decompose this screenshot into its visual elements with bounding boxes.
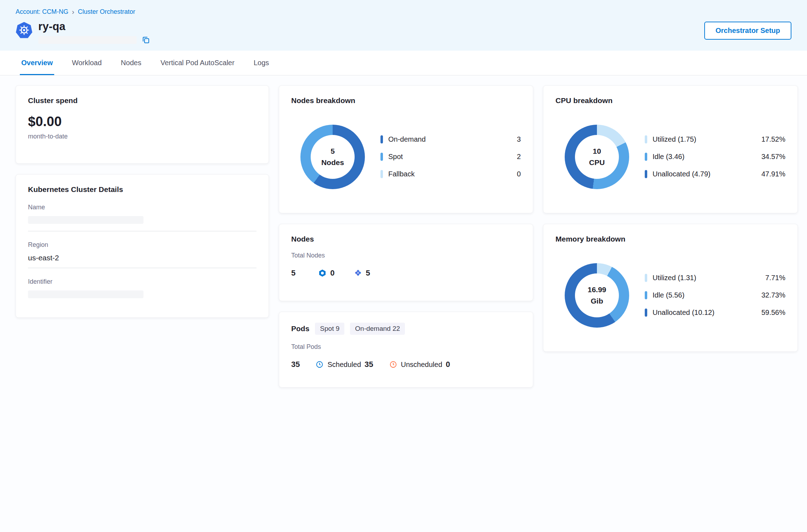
memory-breakdown-legend: Utilized (1.31) 7.71% Idle (5.56) 32.73%… bbox=[629, 274, 785, 317]
cluster-spend-title: Cluster spend bbox=[28, 96, 256, 105]
pods-card: Pods Spot 9 On-demand 22 Total Pods 35 S… bbox=[279, 312, 533, 387]
cluster-details-title: Kubernetes Cluster Details bbox=[28, 185, 256, 194]
breadcrumb-page-link[interactable]: Cluster Orchestrator bbox=[78, 8, 135, 16]
cpu-breakdown-card: CPU breakdown 10 CPU Utilized (1.75) 17.… bbox=[543, 85, 798, 213]
nodes-stat1-value: 0 bbox=[330, 268, 334, 278]
identifier-field-label: Identifier bbox=[28, 278, 256, 285]
tab-nodes[interactable]: Nodes bbox=[119, 51, 143, 75]
nodes-breakdown-card: Nodes breakdown 5 Nodes On-demand 3 bbox=[279, 85, 533, 213]
name-field-label: Name bbox=[28, 204, 256, 211]
memory-breakdown-title: Memory breakdown bbox=[555, 235, 785, 243]
breadcrumb: Account: CCM-NG › Cluster Orchestrator bbox=[16, 8, 791, 16]
nodes-breakdown-legend: On-demand 3 Spot 2 Fallback 0 bbox=[365, 135, 521, 178]
page-header: Account: CCM-NG › Cluster Orchestrator bbox=[0, 0, 807, 51]
hexagon-nodes-icon bbox=[318, 269, 327, 277]
cluster-details-card: Kubernetes Cluster Details Name Region u… bbox=[16, 174, 269, 318]
cpu-donut-center: 10 CPU bbox=[575, 135, 619, 179]
nodes-donut-chart: 5 Nodes bbox=[300, 125, 365, 189]
unscheduled-clock-icon bbox=[389, 360, 397, 369]
diamond-cluster-icon: ❖ bbox=[354, 269, 362, 277]
memory-donut-chart: 16.99 Gib bbox=[565, 263, 629, 328]
nodes-card: Nodes Total Nodes 5 0 ❖ 5 bbox=[279, 224, 533, 301]
total-nodes-value: 5 bbox=[291, 268, 295, 278]
scheduled-value: 35 bbox=[365, 360, 373, 369]
legend-marker bbox=[380, 153, 383, 161]
unscheduled-value: 0 bbox=[446, 360, 450, 369]
kubernetes-icon bbox=[16, 22, 33, 39]
nodes-stat2-value: 5 bbox=[366, 268, 370, 278]
tab-workload[interactable]: Workload bbox=[70, 51, 103, 75]
breadcrumb-chevron-icon: › bbox=[72, 8, 74, 16]
memory-breakdown-card: Memory breakdown 16.99 Gib Utilized (1.3… bbox=[543, 224, 798, 352]
orchestrator-setup-button[interactable]: Orchestrator Setup bbox=[704, 22, 791, 40]
legend-marker bbox=[645, 309, 647, 317]
region-field-value: us-east-2 bbox=[28, 254, 256, 268]
spot-pods-badge: Spot 9 bbox=[315, 323, 344, 335]
on-demand-pods-badge: On-demand 22 bbox=[350, 323, 405, 335]
redacted-name-value bbox=[28, 216, 143, 224]
total-nodes-label: Total Nodes bbox=[291, 252, 521, 259]
legend-marker bbox=[645, 135, 647, 143]
cluster-spend-amount: $0.00 bbox=[28, 114, 256, 129]
legend-row-cpu-idle: Idle (3.46) 34.57% bbox=[645, 153, 785, 161]
tab-logs[interactable]: Logs bbox=[252, 51, 270, 75]
legend-row-fallback: Fallback 0 bbox=[380, 170, 521, 178]
total-pods-value: 35 bbox=[291, 360, 300, 369]
legend-row-mem-idle: Idle (5.56) 32.73% bbox=[645, 291, 785, 299]
pods-card-title: Pods bbox=[291, 324, 309, 333]
cpu-breakdown-legend: Utilized (1.75) 17.52% Idle (3.46) 34.57… bbox=[629, 135, 785, 178]
copy-icon[interactable] bbox=[142, 36, 150, 44]
cluster-spend-card: Cluster spend $0.00 month-to-date bbox=[16, 85, 269, 164]
legend-row-mem-utilized: Utilized (1.31) 7.71% bbox=[645, 274, 785, 282]
legend-row-spot: Spot 2 bbox=[380, 153, 521, 161]
tab-bar: Overview Workload Nodes Vertical Pod Aut… bbox=[0, 51, 807, 75]
scheduled-clock-icon bbox=[315, 360, 324, 369]
legend-row-cpu-utilized: Utilized (1.75) 17.52% bbox=[645, 135, 785, 143]
tab-vertical-pod-autoscaler[interactable]: Vertical Pod AutoScaler bbox=[159, 51, 236, 75]
legend-marker bbox=[645, 153, 647, 161]
legend-row-mem-unallocated: Unallocated (10.12) 59.56% bbox=[645, 309, 785, 317]
legend-marker bbox=[645, 291, 647, 299]
redacted-identifier-value bbox=[28, 290, 143, 298]
legend-row-on-demand: On-demand 3 bbox=[380, 135, 521, 143]
nodes-donut-center: 5 Nodes bbox=[311, 135, 355, 179]
cluster-spend-period: month-to-date bbox=[28, 133, 256, 140]
breadcrumb-account-link[interactable]: Account: CCM-NG bbox=[16, 8, 68, 16]
legend-marker bbox=[645, 170, 647, 178]
legend-marker bbox=[645, 274, 647, 282]
nodes-card-title: Nodes bbox=[291, 235, 521, 243]
cpu-breakdown-title: CPU breakdown bbox=[555, 96, 785, 105]
nodes-breakdown-title: Nodes breakdown bbox=[291, 96, 521, 105]
cpu-donut-chart: 10 CPU bbox=[565, 125, 629, 189]
unscheduled-label: Unscheduled bbox=[401, 361, 442, 369]
legend-row-cpu-unallocated: Unallocated (4.79) 47.91% bbox=[645, 170, 785, 178]
scheduled-label: Scheduled bbox=[327, 361, 361, 369]
legend-marker bbox=[380, 170, 383, 178]
region-field-label: Region bbox=[28, 241, 256, 249]
memory-donut-center: 16.99 Gib bbox=[575, 273, 619, 317]
tab-overview[interactable]: Overview bbox=[20, 51, 54, 75]
cluster-title: ry-qa bbox=[38, 20, 150, 33]
redacted-cluster-id bbox=[38, 36, 137, 44]
total-pods-label: Total Pods bbox=[291, 343, 521, 351]
legend-marker bbox=[380, 135, 383, 143]
